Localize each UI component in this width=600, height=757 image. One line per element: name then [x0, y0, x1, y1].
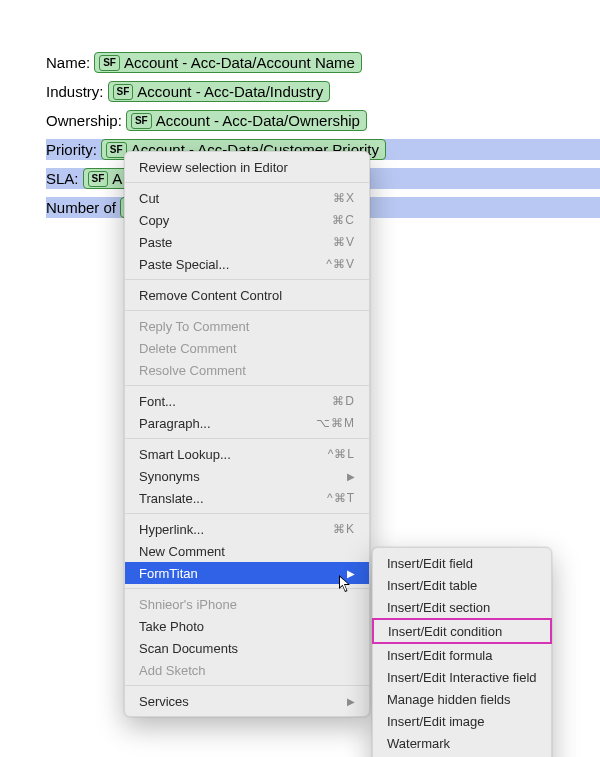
menu-shortcut: ⌘X — [333, 191, 355, 205]
menu-shortcut: ^⌘V — [326, 257, 355, 271]
menu-item[interactable]: Paste Special...^⌘V — [125, 253, 369, 275]
menu-separator — [125, 438, 369, 439]
menu-separator — [125, 310, 369, 311]
sf-field-tag[interactable]: SFA — [83, 168, 130, 189]
menu-item: Delete Comment — [125, 337, 369, 359]
menu-item[interactable]: New Comment — [125, 540, 369, 562]
menu-item[interactable]: Services▶ — [125, 690, 369, 712]
menu-item[interactable]: Font...⌘D — [125, 390, 369, 412]
menu-item[interactable]: Copy⌘C — [125, 209, 369, 231]
context-menu: Review selection in EditorCut⌘XCopy⌘CPas… — [124, 151, 370, 717]
submenu-item[interactable]: Insert/Edit Interactive field — [373, 666, 551, 688]
field-label: Ownership: — [46, 112, 122, 129]
menu-separator — [125, 279, 369, 280]
menu-item-label: Paste Special... — [139, 257, 326, 272]
menu-item-label: FormTitan — [139, 566, 341, 581]
menu-item-label: Add Sketch — [139, 663, 355, 678]
menu-item-label: Font... — [139, 394, 332, 409]
field-line[interactable]: Ownership:SFAccount - Acc-Data/Ownership — [46, 110, 600, 131]
menu-separator — [125, 385, 369, 386]
field-label: Priority: — [46, 141, 97, 158]
submenu-item[interactable]: Insert/Edit image — [373, 710, 551, 732]
menu-item-label: Synonyms — [139, 469, 341, 484]
submenu-item[interactable]: Insert/Edit condition — [372, 618, 552, 644]
chevron-right-icon: ▶ — [347, 568, 355, 579]
sf-field-tag[interactable]: SFAccount - Acc-Data/Ownership — [126, 110, 367, 131]
menu-separator — [125, 685, 369, 686]
menu-item-label: Smart Lookup... — [139, 447, 328, 462]
menu-item-label: Hyperlink... — [139, 522, 333, 537]
menu-separator — [125, 588, 369, 589]
sf-badge: SF — [113, 84, 134, 100]
sf-field-tag[interactable]: SFAccount - Acc-Data/Industry — [108, 81, 331, 102]
menu-item-label: Paragraph... — [139, 416, 316, 431]
menu-item-label: Reply To Comment — [139, 319, 355, 334]
menu-item-label: Remove Content Control — [139, 288, 355, 303]
menu-item: Shnieor's iPhone — [125, 593, 369, 615]
menu-shortcut: ^⌘L — [328, 447, 355, 461]
menu-item[interactable]: FormTitan▶ — [125, 562, 369, 584]
field-label: Number of — [46, 199, 116, 216]
menu-item[interactable]: Take Photo — [125, 615, 369, 637]
menu-separator — [125, 182, 369, 183]
sf-field-path: Account - Acc-Data/Ownership — [156, 112, 360, 129]
menu-separator — [125, 513, 369, 514]
menu-item[interactable]: Review selection in Editor — [125, 156, 369, 178]
sf-field-path: A — [112, 170, 122, 187]
sf-field-tag[interactable]: SFAccount - Acc-Data/Account Name — [94, 52, 362, 73]
chevron-right-icon: ▶ — [347, 471, 355, 482]
submenu-item[interactable]: Watermark — [373, 732, 551, 754]
menu-item-label: Delete Comment — [139, 341, 355, 356]
submenu-item[interactable]: Insert/Edit section — [373, 596, 551, 618]
menu-item-label: Shnieor's iPhone — [139, 597, 355, 612]
field-line[interactable]: Name:SFAccount - Acc-Data/Account Name — [46, 52, 600, 73]
field-label: Industry: — [46, 83, 104, 100]
field-label: Name: — [46, 54, 90, 71]
menu-item[interactable]: Paste⌘V — [125, 231, 369, 253]
menu-item-label: New Comment — [139, 544, 355, 559]
sf-field-path: Account - Acc-Data/Account Name — [124, 54, 355, 71]
menu-item-label: Translate... — [139, 491, 327, 506]
menu-shortcut: ⌘V — [333, 235, 355, 249]
menu-item-label: Paste — [139, 235, 333, 250]
menu-shortcut: ⌘C — [332, 213, 355, 227]
menu-shortcut: ⌥⌘M — [316, 416, 355, 430]
submenu-item[interactable]: Manage hidden fields — [373, 688, 551, 710]
submenu-item[interactable]: Insert/Edit formula — [373, 644, 551, 666]
menu-item-label: Scan Documents — [139, 641, 355, 656]
formtitan-submenu: Insert/Edit fieldInsert/Edit tableInsert… — [372, 547, 552, 757]
menu-item-label: Take Photo — [139, 619, 355, 634]
sf-field-path: Account - Acc-Data/Industry — [137, 83, 323, 100]
field-label: SLA: — [46, 170, 79, 187]
menu-shortcut: ⌘K — [333, 522, 355, 536]
menu-shortcut: ⌘D — [332, 394, 355, 408]
menu-item-label: Copy — [139, 213, 332, 228]
submenu-item[interactable]: Insert/Edit table — [373, 574, 551, 596]
chevron-right-icon: ▶ — [347, 696, 355, 707]
menu-item: Add Sketch — [125, 659, 369, 681]
menu-item[interactable]: Cut⌘X — [125, 187, 369, 209]
menu-item-label: Services — [139, 694, 341, 709]
menu-item[interactable]: Paragraph...⌥⌘M — [125, 412, 369, 434]
menu-item[interactable]: Scan Documents — [125, 637, 369, 659]
menu-item: Resolve Comment — [125, 359, 369, 381]
menu-item[interactable]: Smart Lookup...^⌘L — [125, 443, 369, 465]
submenu-item[interactable]: Insert/Edit field — [373, 552, 551, 574]
menu-item-label: Review selection in Editor — [139, 160, 355, 175]
sf-badge: SF — [99, 55, 120, 71]
menu-item[interactable]: Synonyms▶ — [125, 465, 369, 487]
menu-shortcut: ^⌘T — [327, 491, 355, 505]
menu-item[interactable]: Translate...^⌘T — [125, 487, 369, 509]
menu-item: Reply To Comment — [125, 315, 369, 337]
menu-item[interactable]: Hyperlink...⌘K — [125, 518, 369, 540]
menu-item[interactable]: Remove Content Control — [125, 284, 369, 306]
sf-badge: SF — [88, 171, 109, 187]
sf-badge: SF — [131, 113, 152, 129]
field-line[interactable]: Industry:SFAccount - Acc-Data/Industry — [46, 81, 600, 102]
menu-item-label: Resolve Comment — [139, 363, 355, 378]
menu-item-label: Cut — [139, 191, 333, 206]
